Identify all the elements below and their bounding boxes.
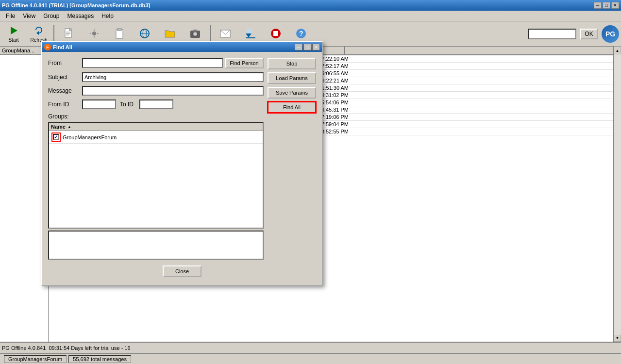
to-id-label: To ID: [120, 101, 139, 108]
menu-bar: File View Group Messages Help: [0, 11, 621, 21]
maximize-btn[interactable]: □: [603, 2, 610, 9]
from-label: From: [48, 60, 82, 66]
menu-messages[interactable]: Messages: [64, 12, 98, 20]
start-label: Start: [8, 37, 18, 43]
download-icon: [245, 28, 256, 39]
window-title: PG Offline 4.0.841 (TRIAL) [GroupManager…: [2, 2, 150, 8]
clipboard-icon: [114, 28, 125, 39]
load-params-button[interactable]: Load Params: [268, 72, 316, 84]
dialog-title-text: F Find All: [44, 44, 72, 50]
svg-text:?: ?: [299, 30, 303, 37]
dialog-maximize-btn[interactable]: □: [303, 44, 311, 50]
bottom-status: PG Offline 4.0.841 09:31:54 Days left fo…: [0, 342, 621, 353]
folder-icon: [164, 28, 176, 39]
result-area: [48, 231, 264, 260]
scroll-track: [614, 54, 621, 334]
right-scrollbar[interactable]: ▲ ▼: [613, 47, 621, 342]
email-icon: [219, 28, 231, 39]
svg-marker-20: [246, 33, 252, 37]
app-version: PG Offline 4.0.841: [2, 345, 46, 351]
message-row: Message: [48, 86, 264, 96]
stop-button[interactable]: Stop: [268, 58, 316, 69]
menu-help[interactable]: Help: [98, 12, 117, 20]
dialog-app-icon: F: [44, 44, 51, 50]
svg-rect-9: [116, 30, 123, 38]
ok-input[interactable]: [528, 29, 576, 39]
menu-file[interactable]: File: [2, 12, 19, 20]
dialog-controls: ─ □ ✕: [295, 44, 320, 50]
save-params-button[interactable]: Save Params: [268, 87, 316, 99]
svg-point-8: [92, 32, 96, 35]
to-id-input[interactable]: [139, 99, 173, 109]
refresh-icon: [33, 25, 45, 36]
subject-label: Subject: [48, 74, 82, 81]
find-dialog: F Find All ─ □ ✕ From Find Person Subjec…: [41, 41, 323, 286]
trial-info: 09:31:54 Days left for trial use - 16: [49, 345, 130, 351]
message-label: Message: [48, 87, 82, 94]
subject-input[interactable]: [82, 72, 264, 82]
close-button[interactable]: Close: [163, 265, 201, 277]
toolbar-sep-1: [53, 25, 54, 43]
svg-rect-23: [273, 31, 278, 36]
groups-table-header: Name ▲: [49, 123, 263, 131]
menu-group[interactable]: Group: [39, 12, 63, 20]
from-id-label: From ID: [48, 101, 82, 108]
dialog-close-btn[interactable]: ✕: [312, 44, 320, 50]
dialog-title-bar: F Find All ─ □ ✕: [42, 42, 322, 52]
find-all-button[interactable]: Find All: [268, 101, 316, 113]
status-bar: GroupManagersForum 55,692 total messages: [0, 353, 621, 364]
dialog-body: From Find Person Subject Message From ID…: [42, 52, 322, 265]
menu-view[interactable]: View: [19, 12, 39, 20]
pg-logo: PG: [602, 25, 619, 43]
dialog-title: Find All: [53, 44, 72, 50]
minimize-btn[interactable]: ─: [594, 2, 602, 9]
title-bar: PG Offline 4.0.841 (TRIAL) [GroupManager…: [0, 0, 621, 11]
scroll-up[interactable]: ▲: [614, 47, 621, 54]
group-checkbox[interactable]: ✓: [53, 134, 59, 140]
group-row-0: ✓ GroupManagersForum: [49, 131, 263, 144]
from-row: From Find Person: [48, 58, 264, 68]
close-btn[interactable]: ✕: [611, 2, 619, 9]
help-icon: ?: [295, 28, 307, 39]
start-btn[interactable]: Start: [2, 23, 25, 45]
status-group: GroupManagersForum: [4, 355, 67, 363]
start-icon: [8, 25, 19, 36]
doc-icon: [63, 28, 75, 39]
checkmark: ✓: [54, 134, 58, 140]
window-controls: ─ □ ✕: [594, 2, 619, 9]
ok-button[interactable]: OK: [580, 29, 598, 39]
svg-rect-17: [193, 30, 197, 32]
svg-rect-21: [246, 37, 255, 38]
name-column-header: Name: [51, 124, 66, 130]
dialog-footer: Close: [42, 265, 322, 285]
gear-icon: [88, 28, 100, 39]
status-messages: 55,692 total messages: [68, 355, 131, 363]
find-person-button[interactable]: Find Person: [225, 58, 264, 68]
dialog-right: Stop Load Params Save Params Find All: [268, 58, 316, 260]
sort-icon: ▲: [67, 125, 71, 129]
from-id-input[interactable]: [82, 99, 116, 109]
message-input[interactable]: [82, 86, 264, 96]
scroll-down[interactable]: ▼: [614, 334, 621, 342]
checkbox-cell: ✓: [51, 132, 61, 142]
dialog-left: From Find Person Subject Message From ID…: [48, 58, 264, 260]
svg-point-16: [194, 33, 197, 35]
from-id-row: From ID To ID: [48, 99, 264, 109]
groups-label: Groups:: [48, 113, 264, 120]
from-input[interactable]: [82, 58, 223, 68]
toolbar-right: OK PG: [528, 25, 619, 43]
camera-icon: [189, 28, 201, 39]
globe-icon: [139, 28, 151, 39]
dialog-minimize-btn[interactable]: ─: [295, 44, 302, 50]
group-name: GroupManagersForum: [63, 134, 117, 140]
checkbox-highlight: ✓: [51, 132, 61, 142]
toolbar-sep-2: [210, 25, 211, 43]
subject-row: Subject: [48, 72, 264, 82]
stop-icon: [270, 28, 282, 39]
groups-table: Name ▲ ✓ GroupManagersForum: [48, 122, 264, 229]
svg-rect-10: [117, 29, 121, 31]
